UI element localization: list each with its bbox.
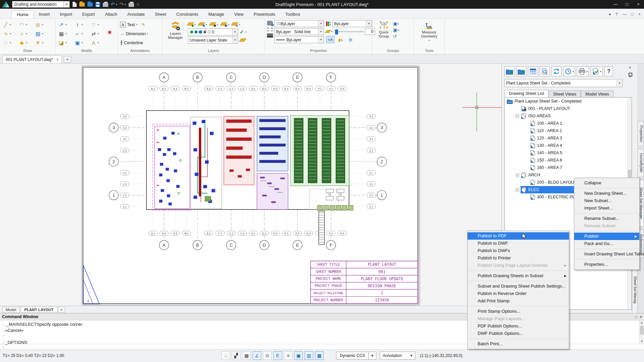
power-trim-icon[interactable]: ✱ xyxy=(105,29,114,36)
dropdown-icon[interactable]: ▾ xyxy=(42,23,43,26)
tab-model-views[interactable]: Model Views xyxy=(581,90,613,98)
linestyle-tool-icon[interactable] xyxy=(267,28,273,31)
menu-item-publish-in-reverse-order[interactable]: Publish in Reverse Order xyxy=(468,290,569,297)
pattern-tool[interactable]: ▦▾ xyxy=(58,29,73,38)
sheet-list-button[interactable] xyxy=(528,66,538,76)
open-file-icon[interactable] xyxy=(79,2,85,7)
command-window-float-icon[interactable]: □ xyxy=(635,315,637,319)
tab-sheet-views[interactable]: Sheet Views xyxy=(549,90,581,98)
dropdown-icon[interactable]: ▾ xyxy=(65,41,67,44)
annotation-add-scale-button[interactable]: ▮≡ xyxy=(336,36,345,43)
annotation-scale-select[interactable]: Annotation ▼ xyxy=(380,352,415,360)
linestyle-select[interactable]: ByLayerSolid line▾ xyxy=(274,28,324,35)
annotation-scale-list-button[interactable]: ▤ xyxy=(346,36,355,43)
toggle-polar[interactable]: ⊙ xyxy=(263,351,272,360)
lineweight-tool-icon[interactable] xyxy=(267,34,273,38)
panel-close-icon[interactable]: × xyxy=(627,65,633,71)
toggle-snap-marks[interactable]: ∴ xyxy=(221,351,230,360)
transparency-select[interactable]: ByLayer▾ xyxy=(332,20,372,27)
drawing-canvas[interactable]: A.1A.1A.2A.2A.3A.3B.1B.1B.3B.3C.1C.1C.2C… xyxy=(0,64,502,313)
history-button[interactable]: ▾ xyxy=(563,66,575,76)
layer-new-icon[interactable]: ▾ xyxy=(199,21,207,27)
split-tool[interactable]: ∵▾ xyxy=(90,20,105,29)
ribbon-tab-attach[interactable]: Attach xyxy=(100,10,122,18)
ribbon-tab-export[interactable]: Export xyxy=(77,10,100,18)
document-tab-close-icon[interactable]: × xyxy=(56,57,59,62)
toggle-pointer-snap[interactable]: ▞ xyxy=(232,351,240,360)
ribbon-tab-manage[interactable]: Manage xyxy=(203,10,229,18)
ribbon-tab-import[interactable]: Import xyxy=(55,10,77,18)
sync-button[interactable] xyxy=(551,66,561,76)
menu-item-insert-drawing-sheet-list-table[interactable]: Insert Drawing Sheet List Table... xyxy=(574,250,639,258)
dropdown-icon[interactable]: ▾ xyxy=(26,41,27,44)
delete-tool[interactable]: ◪▾ xyxy=(58,38,73,47)
workspace-select[interactable]: Drafting and Annotation ▾ xyxy=(12,1,70,8)
menu-item-pdf-publish-options[interactable]: PDF Publish Options... xyxy=(468,322,569,330)
palette-tab-sheet-set-lower[interactable]: Sheet Set Manag xyxy=(632,265,638,314)
new-document-tab-button[interactable]: + xyxy=(64,56,71,63)
menu-item-manage-page-layouts[interactable]: Manage Page Layouts... xyxy=(468,315,569,322)
ribbon-tab-powertools[interactable]: Powertools xyxy=(249,10,280,18)
dynamic-ccs-button[interactable]: Dynamic CCS xyxy=(336,352,369,360)
new-file-icon[interactable] xyxy=(72,2,77,7)
document-tab[interactable]: 001 PLANT LAYOUT.dwg* × xyxy=(3,55,62,63)
group-toggle-icon[interactable]: ↺ xyxy=(393,34,400,39)
help-button[interactable]: ? xyxy=(604,66,613,76)
dropdown-icon[interactable]: ▾ xyxy=(26,32,27,35)
tree-item-100-area-1[interactable]: 100 - AREA 1 xyxy=(505,120,632,127)
undo-icon[interactable]: ↶ xyxy=(111,2,115,7)
layer-select[interactable]: 0 ▾ xyxy=(188,28,238,36)
print-button[interactable]: ▾ xyxy=(577,66,589,76)
menu-item-collapse[interactable]: Collapse xyxy=(574,179,639,187)
dropdown-icon[interactable]: ▾ xyxy=(82,32,83,35)
ellipse-tool[interactable]: ○▾ xyxy=(18,29,34,38)
color-select[interactable]: ByLayer▾ xyxy=(274,20,324,27)
push-tool[interactable]: A▾ xyxy=(90,38,105,47)
arc-tool[interactable]: ◠▾ xyxy=(18,20,34,29)
menu-item-publish-to-pdf[interactable]: Publish to PDF xyxy=(468,232,569,240)
menu-item-add-print-stamp[interactable]: Add Print Stamp xyxy=(468,297,569,305)
layers-manager-button[interactable]: Layers Manager xyxy=(164,20,186,40)
batch-print-icon[interactable] xyxy=(128,3,134,7)
note-icon[interactable]: ✎ xyxy=(142,22,145,27)
command-scrollbar[interactable]: ▲▼ xyxy=(639,320,644,344)
polyline-tool[interactable]: ∿▾ xyxy=(2,29,17,38)
palette-tab-properties[interactable]: Properties xyxy=(638,121,644,146)
layer-on-icon[interactable]: ▾ xyxy=(188,21,196,27)
toggle-entity-track[interactable]: ≡ xyxy=(284,351,292,360)
tree-item-plant-layout-sheet-set-completed[interactable]: Plant Layout Sheet Set - Completed xyxy=(505,98,632,105)
dropdown-icon[interactable]: ▾ xyxy=(82,23,83,26)
ribbon-tab-annotate[interactable]: Annotate xyxy=(122,10,150,18)
toggle-grid[interactable]: ▦ xyxy=(242,351,251,360)
layer-preview-icon[interactable]: ▾ xyxy=(221,21,229,27)
toggle-dynamic-input[interactable]: ▥ xyxy=(305,351,313,360)
lineweight-select[interactable]: ByLayer▾ xyxy=(274,36,324,43)
dropdown-icon[interactable]: ▾ xyxy=(10,23,11,26)
annotation-visibility-button[interactable]: ▪▪A xyxy=(326,36,335,43)
ribbon-tab-home[interactable]: Home xyxy=(11,10,34,18)
dropdown-icon[interactable]: ▾ xyxy=(65,32,67,35)
panel-pin-icon[interactable] xyxy=(628,72,632,78)
ribbon-tab-sheet[interactable]: Sheet xyxy=(150,10,171,18)
menu-item-rename-subset[interactable]: Rename Subset... xyxy=(574,215,639,222)
toggle-copy-mode[interactable]: ▩ xyxy=(315,351,324,360)
collapse-expander-icon[interactable]: − xyxy=(516,174,519,177)
layer-state-manager-icon[interactable] xyxy=(239,39,246,42)
layer-lock-icon[interactable]: ▾ xyxy=(210,21,218,27)
customize-icon[interactable]: ≡ xyxy=(137,2,140,7)
save-icon[interactable] xyxy=(95,2,100,7)
polygon-tool[interactable]: ◆▾ xyxy=(18,38,34,47)
move-tool[interactable]: ↗▾ xyxy=(58,20,73,29)
ribbon-tab-view[interactable]: View xyxy=(229,10,249,18)
open-sheet-set-button[interactable] xyxy=(516,66,526,76)
ungroup-icon[interactable]: ▣× xyxy=(393,21,400,26)
dropdown-icon[interactable]: ▾ xyxy=(98,41,99,44)
tree-item-110-area-2[interactable]: 110 - AREA 2 xyxy=(505,127,632,134)
redo-dropdown-icon[interactable]: ▾ xyxy=(125,3,126,6)
menu-item-publish-drawing-sheets-in-subset[interactable]: Publish Drawing Sheets in Subset▶ xyxy=(468,272,569,280)
menu-item-publish-to-printer[interactable]: Publish to Printer xyxy=(468,254,569,262)
collapse-ribbon-icon[interactable]: ▾ xyxy=(609,12,611,17)
tab-drawing-sheet-list[interactable]: Drawing Sheet List xyxy=(504,90,548,98)
menu-item-properties[interactable]: Properties... xyxy=(574,261,639,268)
menu-item-remove-subset[interactable]: Remove Subset xyxy=(574,222,639,230)
